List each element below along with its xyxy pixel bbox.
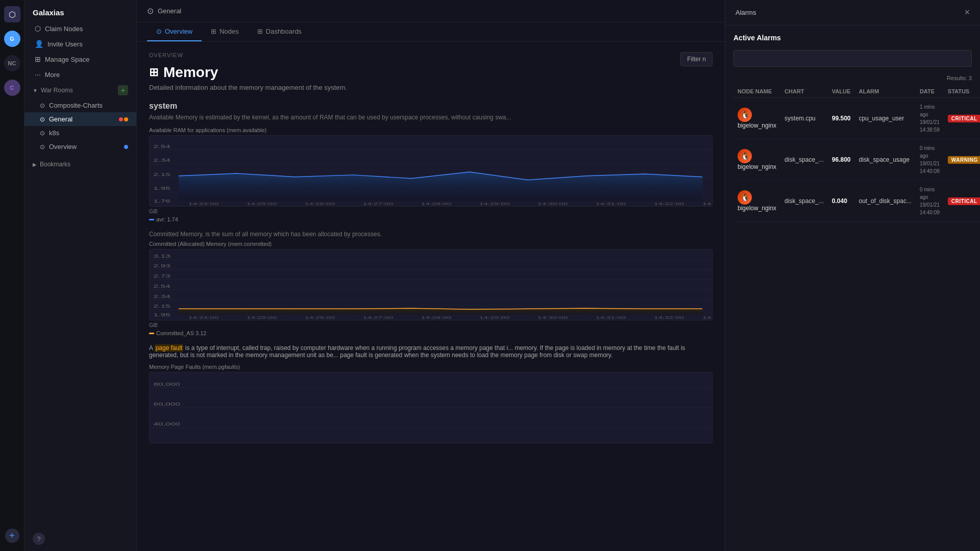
tab-nodes-icon: ⊞ [211,28,216,35]
app-logo[interactable]: ⬡ [4,6,20,22]
chart2-legend: Committed_AS 3.12 [149,330,713,336]
svg-text:14:28:00: 14:28:00 [421,315,451,320]
alarm-node-name: bigelow_nginx [738,163,776,170]
svg-text:14:31:00: 14:31:00 [596,315,626,320]
alarm-node-cell: 🐧 bigelow_nginx [733,181,780,222]
sidebar-header: Galaxias [24,4,136,21]
svg-text:14:28:00: 14:28:00 [421,202,451,206]
status-badge-1: WARNING [948,156,980,164]
svg-text:14:31:00: 14:31:00 [596,202,626,206]
svg-text:14:27:00: 14:27:00 [363,315,393,320]
sidebar-item-general[interactable]: ⊙ General [24,112,136,126]
alarms-search-input[interactable] [733,50,972,67]
tab-dashboards-icon: ⊞ [257,28,263,35]
active-alarms-title: Active Alarms [733,34,972,42]
nav-icon-c[interactable]: C [4,80,20,96]
svg-text:14:27:00: 14:27:00 [363,202,393,206]
sidebar-war-rooms-section[interactable]: ▼ War Rooms + [24,82,136,98]
legend-item-1: avr: 1.74 [149,216,178,222]
results-count: Results: 3 [733,75,972,81]
add-war-room-button[interactable]: + [118,85,128,95]
alarm-row-2: 🐧 bigelow_nginx disk_space_... 0.040 out… [733,181,980,222]
sidebar-bookmarks-section[interactable]: ▶ Bookmarks [24,158,136,171]
chart1-legend: avr: 1.74 [149,216,713,222]
general-icon: ⊙ [40,116,45,123]
sidebar-item-more[interactable]: ··· More [24,67,136,82]
sidebar-item-claim-nodes[interactable]: ⬡ Claim Nodes [24,21,136,36]
alarms-panel-title-label: Alarms [736,9,756,16]
chart1-unit: GiB [149,209,713,214]
sidebar-item-composite-charts[interactable]: ⊙ Composite-Charts [24,98,136,112]
node-icon-0: 🐧 [738,108,752,122]
page-title: ⊞ Memory [149,64,347,81]
alarms-content: Active Alarms Results: 3 Node name Chart… [725,26,980,551]
alarm-chart-cell: disk_space_... [780,181,828,222]
sidebar-help: ? [24,527,136,551]
add-workspace-button[interactable]: + [5,529,19,543]
tab-overview-icon: ⊙ [156,28,162,35]
svg-text:80,000: 80,000 [154,382,181,387]
svg-text:2.34: 2.34 [154,158,171,163]
svg-text:14:: 14: [702,202,712,206]
alarm-dot-orange [124,117,128,121]
nav-icon-nc[interactable]: NC [4,55,20,71]
alarm-name-cell: cpu_usage_user [854,98,915,139]
col-alarm: Alarm [854,85,915,98]
svg-text:2.73: 2.73 [154,273,170,279]
user-icon: 👤 [35,40,43,48]
svg-text:2.93: 2.93 [154,264,170,269]
col-chart: Chart [780,85,828,98]
svg-text:1.76: 1.76 [154,198,170,204]
svg-text:14:26:00: 14:26:00 [305,315,335,320]
grid-icon: ⊞ [35,55,41,63]
svg-text:14:25:00: 14:25:00 [247,202,277,206]
sidebar-item-invite-users[interactable]: 👤 Invite Users [24,36,136,52]
node-icon-2: 🐧 [738,190,752,205]
alarm-chart-cell: disk_space_... [780,139,828,181]
main-content: ⊙ General ⊙ Overview ⊞ Nodes ⊞ Dashboard… [137,0,725,551]
svg-text:2.15: 2.15 [154,172,170,177]
tabs-bar: ⊙ Overview ⊞ Nodes ⊞ Dashboards [137,22,725,42]
legend-item-2: Committed_AS 3.12 [149,330,206,336]
legend-dot-2 [149,333,154,334]
sidebar-item-manage-space[interactable]: ⊞ Manage Space [24,52,136,67]
alarms-header: Alarms × [725,0,980,26]
svg-text:14:30:00: 14:30:00 [537,202,568,206]
system-section-title: system [149,102,713,111]
status-badge-0: CRITICAL [948,115,980,122]
alarm-name-cell: out_of_disk_spac... [854,181,915,222]
sidebar: Galaxias ⬡ Claim Nodes 👤 Invite Users ⊞ … [24,0,137,551]
svg-text:2.54: 2.54 [154,144,171,149]
alarm-status-cell: CRITICAL [944,181,980,222]
tab-dashboards[interactable]: ⊞ Dashboards [248,22,311,41]
nav-icon-g[interactable]: G [4,31,20,47]
overview-label: OVERVIEW [149,52,347,58]
chart2-area: 3.13 2.93 2.73 2.54 2.34 2.15 1.95 14:24… [149,249,713,320]
help-icon[interactable]: ? [33,533,45,545]
svg-text:14:30:00: 14:30:00 [537,315,568,320]
general-header-icon: ⊙ [147,6,154,16]
alarm-name-cell: disk_space_usage [854,139,915,181]
alarm-value-cell: 0.040 [828,181,855,222]
tab-overview[interactable]: ⊙ Overview [147,22,202,41]
chart1-label: Available RAM for applications (mem.avai… [149,127,713,133]
sidebar-item-overview[interactable]: ⊙ Overview [24,140,136,154]
page-fault-desc: A page fault is a type of interrupt, cal… [149,344,713,359]
legend-dot-1 [149,219,154,220]
filter-button[interactable]: Filter n [680,52,713,66]
memory-icon: ⊞ [149,66,158,79]
alarm-chart-cell: system.cpu [780,98,828,139]
sidebar-item-k8s[interactable]: ⊙ k8s [24,126,136,140]
alarm-date-cell: 1 mins ago 19/01/21 14:38:59 [916,98,944,139]
alarm-node-name: bigelow_nginx [738,205,776,212]
alarm-value-cell: 96.800 [828,139,855,181]
alarm-node-name: bigelow_nginx [738,122,776,129]
svg-text:14:24:00: 14:24:00 [188,315,218,320]
status-badge-2: CRITICAL [948,197,980,205]
overview-icon: ⊙ [40,143,45,151]
tab-nodes[interactable]: ⊞ Nodes [202,22,248,41]
col-value: Value [828,85,855,98]
node-icon-1: 🐧 [738,149,752,163]
close-alarms-button[interactable]: × [964,7,970,18]
svg-text:60,000: 60,000 [154,402,181,407]
